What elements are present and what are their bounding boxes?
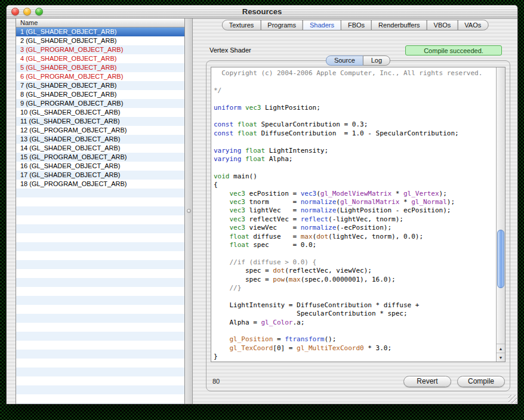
code-token [233, 121, 238, 128]
code-line [214, 138, 496, 146]
code-token: tnorm = [245, 198, 301, 206]
code-token: dot [316, 233, 328, 240]
code-token: */ [214, 87, 221, 94]
code-token: main() [230, 172, 257, 180]
code-token: lightVec = [245, 206, 301, 214]
code-token [241, 155, 245, 163]
resource-row[interactable]: 11 (GL_SHADER_OBJECT_ARB) [16, 117, 184, 126]
tab-fbos[interactable]: FBOs [341, 20, 372, 30]
pane-splitter[interactable] [185, 18, 193, 404]
resource-row[interactable]: 3 (GL_PROGRAM_OBJECT_ARB) [16, 45, 184, 54]
code-token: gl_ModelViewMatrix [320, 190, 392, 197]
scroll-down-arrow-icon[interactable]: ▼ [497, 353, 505, 362]
shader-type-label: Vertex Shader [209, 47, 251, 54]
source-log-tabs: SourceLog [326, 55, 390, 66]
tab-renderbuffers[interactable]: Renderbuffers [371, 20, 427, 30]
code-token: [0] = [273, 344, 297, 352]
resource-row[interactable]: 12 (GL_PROGRAM_OBJECT_ARB) [16, 126, 184, 135]
resource-row[interactable]: 6 (GL_PROGRAM_OBJECT_ARB) [16, 72, 184, 81]
code-token: gl_MultiTexCoord0 [297, 344, 364, 352]
code-token: vec3 [230, 215, 246, 223]
code-token: gl_TexCoord [230, 344, 273, 352]
code-token: float [230, 233, 249, 240]
code-token: vec3 [230, 224, 246, 231]
code-token: ( [336, 198, 340, 206]
resource-row[interactable]: 18 (GL_PROGRAM_OBJECT_ARB) [16, 180, 184, 189]
code-line [214, 249, 496, 258]
code-line: gl_TexCoord[0] = gl_MultiTexCoord0 * 3.0… [214, 344, 496, 353]
tab-vaos[interactable]: VAOs [457, 20, 488, 30]
tab-vbos[interactable]: VBOs [427, 20, 458, 30]
code-token: vec3 [301, 190, 317, 197]
code-token: LightIntensity; [265, 147, 328, 155]
revert-button[interactable]: Revert [403, 376, 451, 387]
tab-shaders[interactable]: Shaders [303, 20, 341, 30]
resource-row[interactable]: 7 (GL_SHADER_OBJECT_ARB) [16, 81, 184, 90]
code-line: spec = pow(max(spec,0.0000001), 16.0); [214, 276, 496, 284]
code-token [214, 233, 230, 240]
editor-scrollbar[interactable]: ▲ ▼ [496, 67, 505, 362]
resource-row[interactable]: 16 (GL_SHADER_OBJECT_ARB) [16, 162, 184, 171]
resource-row[interactable]: 10 (GL_SHADER_OBJECT_ARB) [16, 108, 184, 117]
code-token: const [214, 129, 233, 137]
code-token: normalize [301, 198, 337, 206]
resource-row[interactable]: 5 (GL_SHADER_OBJECT_ARB) [16, 63, 184, 72]
code-token: uniform [214, 104, 241, 112]
resource-row[interactable]: 15 (GL_PROGRAM_OBJECT_ARB) [16, 153, 184, 162]
code-line: gl_Position = ftransform(); [214, 335, 496, 344]
code-token [214, 215, 230, 223]
code-token: ftransform [285, 335, 324, 343]
code-line: uniform vec3 LightPosition; [214, 104, 496, 112]
code-token [241, 147, 245, 155]
code-line: */ [214, 87, 496, 95]
code-line: varying float Alpha; [214, 155, 496, 163]
code-token: float [238, 121, 257, 128]
code-token: (-lightVec, tnorm); [328, 215, 403, 223]
resource-row[interactable]: 9 (GL_PROGRAM_OBJECT_ARB) [16, 99, 184, 108]
resource-row[interactable]: 14 (GL_SHADER_OBJECT_ARB) [16, 144, 184, 153]
shader-source-editor[interactable]: Copyright (c) 2004-2006 Apple Computer, … [211, 67, 496, 362]
scroll-up-arrow-icon[interactable]: ▲ [497, 344, 505, 353]
resource-row[interactable]: 1 (GL_SHADER_OBJECT_ARB) [16, 27, 184, 36]
code-token: ( [316, 190, 320, 197]
code-token: (); [324, 335, 336, 343]
code-token: DiffuseContribution = 1.0 - SpecularCont… [257, 129, 459, 137]
resize-grip-icon[interactable] [508, 395, 517, 403]
window-content: Name 1 (GL_SHADER_OBJECT_ARB)2 (GL_SHADE… [7, 18, 517, 404]
window-titlebar[interactable]: Resources [7, 5, 517, 18]
code-token: gl_NormalMatrix [340, 198, 399, 206]
editor-area: Copyright (c) 2004-2006 Apple Computer, … [211, 67, 505, 362]
code-line [214, 327, 496, 335]
code-token: (reflectVec, viewVec); [285, 267, 372, 274]
code-token: diffuse = [249, 233, 301, 240]
resource-row[interactable]: 13 (GL_SHADER_OBJECT_ARB) [16, 135, 184, 144]
code-line: Alpha = gl_Color.a; [214, 319, 496, 327]
code-token [233, 129, 238, 137]
code-token: SpecularContribution * spec; [214, 310, 408, 317]
code-token [214, 198, 230, 206]
code-token: float [230, 241, 249, 249]
subtab-source[interactable]: Source [326, 55, 363, 66]
subtab-log[interactable]: Log [363, 55, 390, 66]
code-token: vec3 [245, 104, 261, 112]
scrollbar-thumb[interactable] [497, 230, 504, 288]
resource-row[interactable]: 17 (GL_SHADER_OBJECT_ARB) [16, 171, 184, 180]
tab-programs[interactable]: Programs [260, 20, 303, 30]
code-token: //} [214, 284, 241, 292]
detail-pane: TexturesProgramsShadersFBOsRenderbuffers… [193, 18, 517, 404]
code-token: ecPosition = [245, 190, 301, 197]
code-line [214, 112, 496, 121]
resource-row[interactable]: 4 (GL_SHADER_OBJECT_ARB) [16, 54, 184, 63]
tab-textures[interactable]: Textures [222, 20, 261, 30]
code-line: const float DiffuseContribution = 1.0 - … [214, 129, 496, 138]
compile-button[interactable]: Compile [457, 376, 505, 387]
code-line: Copyright (c) 2004-2006 Apple Computer, … [214, 69, 496, 78]
code-line: varying float LightIntensity; [214, 147, 496, 155]
code-token: (LightPosition - ecPosition); [336, 206, 451, 214]
code-token [214, 224, 230, 231]
name-column-header[interactable]: Name [16, 18, 184, 27]
code-line [214, 163, 496, 172]
code-line: SpecularContribution * spec; [214, 310, 496, 318]
resource-row[interactable]: 2 (GL_SHADER_OBJECT_ARB) [16, 36, 184, 45]
resource-row[interactable]: 8 (GL_SHADER_OBJECT_ARB) [16, 90, 184, 99]
